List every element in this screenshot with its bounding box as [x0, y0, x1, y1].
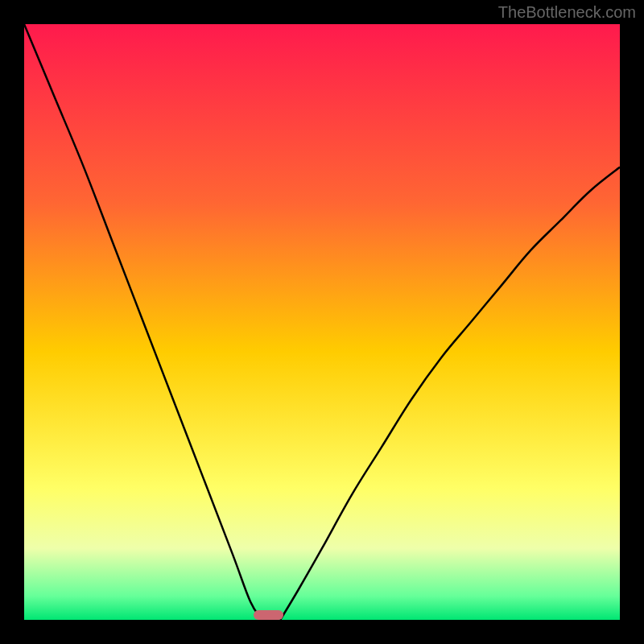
bottleneck-curves — [24, 24, 620, 620]
left-curve — [24, 24, 262, 620]
minimum-marker — [254, 610, 283, 620]
plot-area — [24, 24, 620, 620]
right-curve — [280, 167, 620, 620]
watermark-text: TheBottleneck.com — [498, 3, 636, 22]
